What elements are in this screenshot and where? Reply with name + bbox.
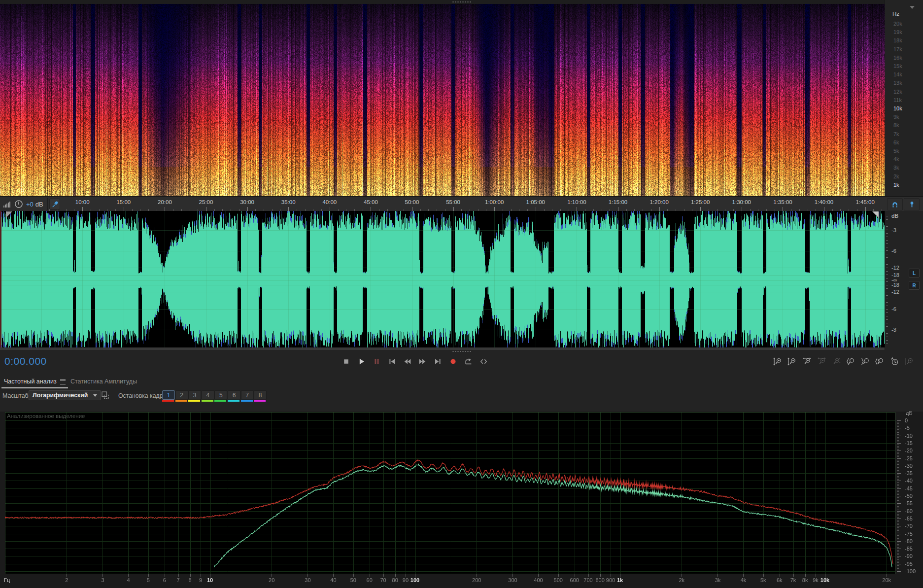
hold-button-8[interactable]: 8: [254, 390, 267, 400]
grip-icon[interactable]: [452, 1, 472, 3]
hz-axis-title: Hz: [892, 11, 899, 17]
zoom-out-vertical-button[interactable]: [786, 356, 799, 367]
timeline-label: 1:35:00: [773, 199, 792, 205]
hold-button-5[interactable]: 5: [214, 390, 227, 400]
frequency-analysis-panel: Анализированное выделение дБ 0-5-10-15-2…: [0, 412, 923, 588]
graph-x-label: 800: [595, 577, 604, 583]
hold-button-3[interactable]: 3: [188, 390, 201, 400]
corner-handle-right-icon[interactable]: [872, 211, 879, 218]
waveform-db-axis: dB -3-6-12-18-∞-18-12-6-3 L R: [885, 211, 923, 350]
graph-y-label: -80: [905, 538, 913, 544]
graph-x-label: 10: [207, 577, 213, 583]
hz-label: 16k: [893, 55, 902, 61]
graph-x-label: 50: [350, 577, 356, 583]
zoom-out-point-button[interactable]: [859, 356, 872, 367]
spectrogram-display[interactable]: [0, 4, 885, 196]
hold-button-2[interactable]: 2: [175, 390, 188, 400]
skip-playhead-button[interactable]: [478, 355, 489, 367]
hold-color-bar: [228, 400, 239, 402]
corner-handle-left-icon[interactable]: [6, 211, 12, 218]
spectrogram-hz-axis: Hz 20k19k18k17k16k15k14k13k12k11k10k9k8k…: [885, 0, 923, 196]
hold-color-bar: [175, 400, 187, 402]
hold-button-1[interactable]: 1: [162, 390, 175, 400]
clock-knob-icon[interactable]: [14, 200, 23, 208]
hz-label: 1k: [893, 182, 899, 188]
copy-button[interactable]: [100, 390, 110, 400]
panel-menu-icon[interactable]: [60, 379, 66, 384]
graph-x-label: 400: [534, 577, 543, 583]
timeline-controls: +0dB: [0, 197, 49, 211]
zoom-full-button[interactable]: [903, 356, 916, 367]
db-label: -6: [891, 306, 896, 312]
scale-dropdown[interactable]: Логарифмический: [29, 390, 101, 400]
timeline-label: 1:00:00: [485, 199, 504, 205]
graph-y-label: -30: [905, 463, 913, 469]
timeline-label: 20:00: [158, 199, 172, 205]
tab-amplitude-statistics[interactable]: Статистика Амплитуды: [68, 377, 139, 387]
panel-menu-arrow-icon[interactable]: [910, 6, 915, 9]
zoom-out-horizontal-button[interactable]: [815, 356, 828, 367]
zoom-selection-button[interactable]: [874, 356, 887, 367]
skip-to-end-icon: [434, 357, 442, 366]
hz-label: 7k: [893, 131, 899, 137]
zoom-full-icon: [905, 357, 914, 366]
hz-label: 18k: [893, 37, 902, 43]
graph-y-axis-title: дБ: [906, 410, 913, 416]
play-button[interactable]: [355, 355, 367, 367]
frequency-analysis-plot[interactable]: [0, 412, 923, 588]
zoom-in-vertical-icon: [773, 357, 783, 366]
graph-x-label: 600: [570, 577, 579, 583]
timed-record-button[interactable]: [889, 356, 901, 367]
timeline-ruler[interactable]: 5:0010:0015:0020:0025:0030:0035:0040:004…: [0, 196, 885, 212]
stop-button[interactable]: [340, 355, 352, 367]
hold-color-bar: [162, 400, 174, 402]
playhead-time-display[interactable]: 0:00.000: [4, 355, 47, 367]
timeline-label: 1:05:00: [526, 199, 545, 205]
rewind-button[interactable]: [401, 355, 413, 367]
grip-icon[interactable]: [452, 350, 472, 352]
channel-right-button[interactable]: R: [909, 281, 920, 290]
zoom-reset-button[interactable]: [830, 356, 843, 367]
graph-y-label: -65: [905, 516, 913, 521]
timeline-label: 1:25:00: [691, 199, 710, 205]
snap-button[interactable]: [887, 198, 903, 210]
gain-unit: dB: [35, 201, 43, 208]
gain-readout: +0dB: [26, 201, 43, 208]
marker-button[interactable]: [904, 198, 920, 210]
channel-left-button[interactable]: L: [909, 269, 920, 277]
hold-button-7[interactable]: 7: [241, 390, 254, 400]
timeline-label: 15:00: [116, 199, 131, 205]
zoom-in-vertical-button[interactable]: [771, 356, 784, 367]
graph-x-label: 30: [305, 577, 310, 583]
meter-icon[interactable]: [3, 200, 11, 208]
timeline-label: 30:00: [240, 199, 254, 205]
pin-playhead-button[interactable]: [49, 199, 60, 209]
channel-left-label: L: [913, 271, 916, 276]
skip-to-start-button[interactable]: [386, 355, 398, 367]
graph-y-label: -35: [905, 470, 913, 476]
zoom-in-point-button[interactable]: [845, 356, 857, 367]
hold-color-bar: [214, 400, 226, 402]
skip-to-end-button[interactable]: [432, 355, 444, 367]
pause-button[interactable]: [371, 355, 382, 367]
record-button[interactable]: [447, 355, 459, 367]
graph-x-label: 500: [554, 577, 563, 583]
waveform-display[interactable]: [0, 211, 885, 350]
timeline-label: 25:00: [199, 199, 213, 205]
graph-y-label: -15: [905, 440, 913, 446]
marker-icon: [908, 201, 916, 208]
timeline-label: 35:00: [281, 199, 296, 205]
graph-x-label: 6: [163, 577, 166, 583]
hz-label: 14k: [893, 71, 902, 77]
hold-button-4[interactable]: 4: [202, 390, 214, 400]
loop-playback-button[interactable]: [462, 355, 474, 367]
fast-forward-button[interactable]: [416, 355, 428, 367]
gain-value: +0: [26, 201, 34, 208]
graph-y-major-ticks: [897, 420, 901, 572]
db-label: -18: [891, 282, 899, 288]
timeline-label: 10:00: [75, 199, 90, 205]
hold-button-6[interactable]: 6: [228, 390, 240, 400]
tab-frequency-analysis[interactable]: Частотный анализ: [1, 377, 68, 388]
zoom-in-horizontal-button[interactable]: [800, 356, 813, 367]
hold-color-bar: [241, 400, 253, 402]
